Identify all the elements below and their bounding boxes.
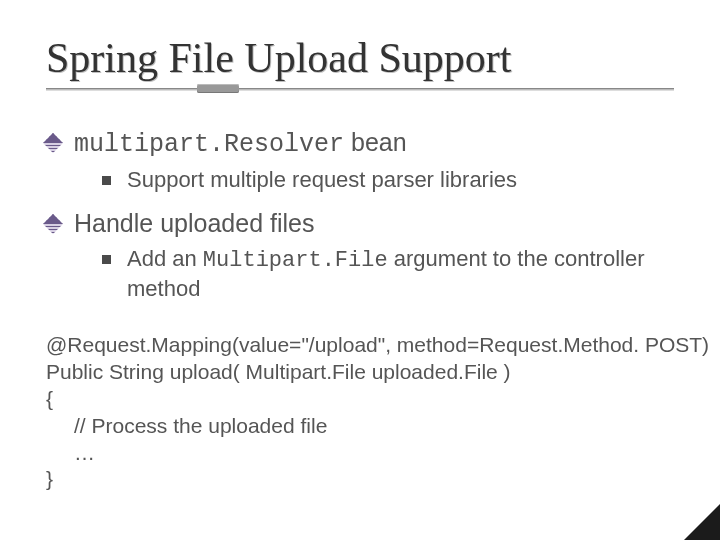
code-span: multipart.Resolver bbox=[74, 130, 344, 159]
bullet-level2: Add an Multipart.File argument to the co… bbox=[102, 245, 674, 302]
code-block: @Request.Mapping(value="/upload", method… bbox=[46, 332, 674, 493]
bullet-text: Handle uploaded files bbox=[74, 208, 314, 239]
square-bullet-icon bbox=[102, 176, 111, 185]
code-span: Multipart.File bbox=[203, 248, 388, 273]
code-line: Public String upload( Multipart.File upl… bbox=[46, 359, 674, 386]
bullet-level2: Support multiple request parser librarie… bbox=[102, 166, 674, 194]
diamond-bullet-icon bbox=[46, 217, 60, 231]
bullet-text: multipart.Resolver bean bbox=[74, 127, 407, 160]
corner-fold-icon bbox=[684, 504, 720, 540]
text-span: bean bbox=[344, 128, 407, 156]
title-area: Spring File Upload Support bbox=[46, 34, 674, 91]
slide: Spring File Upload Support multipart.Res… bbox=[0, 0, 720, 540]
bullet-text: Add an Multipart.File argument to the co… bbox=[127, 245, 674, 302]
code-line: } bbox=[46, 466, 674, 493]
bullet-level1: multipart.Resolver bean bbox=[46, 127, 674, 160]
bullet-level1: Handle uploaded files bbox=[46, 208, 674, 239]
content-area: multipart.Resolver bean Support multiple… bbox=[46, 127, 674, 493]
diamond-bullet-icon bbox=[46, 136, 60, 150]
bullet-text: Support multiple request parser librarie… bbox=[127, 166, 517, 194]
square-bullet-icon bbox=[102, 255, 111, 264]
title-underline bbox=[46, 88, 674, 91]
code-line: // Process the uploaded file bbox=[46, 413, 674, 440]
code-line: { bbox=[46, 386, 674, 413]
text-span: Add an bbox=[127, 246, 203, 271]
code-line: … bbox=[46, 440, 674, 467]
code-line: @Request.Mapping(value="/upload", method… bbox=[46, 332, 674, 359]
slide-title: Spring File Upload Support bbox=[46, 34, 512, 82]
